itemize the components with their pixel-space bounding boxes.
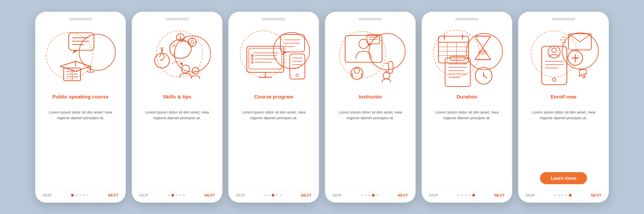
svg-point-60 <box>354 68 360 73</box>
phone-notch-3 <box>262 18 285 20</box>
svg-point-28 <box>192 67 199 74</box>
card-4-body: Lorem ipsum dolor sit dim amet, mea regi… <box>332 110 408 187</box>
dot-4-4 <box>376 194 378 196</box>
card-3-body: Lorem ipsum dolor sit dim amet, mea regi… <box>236 110 312 187</box>
svg-point-18 <box>188 38 196 46</box>
card-2-dots <box>168 194 185 197</box>
phone-notch-4 <box>359 18 382 20</box>
dot-2-0 <box>168 194 170 196</box>
card-2-body: Lorem ipsum dolor sit dim amet, mea regi… <box>139 110 215 187</box>
card-6-skip[interactable]: SKIP <box>526 193 535 197</box>
dot-6-3 <box>565 194 567 196</box>
svg-point-40 <box>251 61 253 63</box>
card-6-footer: SKIP NEXT <box>526 190 601 197</box>
card-5-footer: SKIP NEXT <box>429 190 505 197</box>
dot-1-3 <box>83 194 85 196</box>
card-5-next[interactable]: NEXT <box>494 193 505 197</box>
dot-5-3 <box>469 194 471 196</box>
svg-point-27 <box>181 65 190 73</box>
svg-marker-46 <box>281 52 287 55</box>
phone-card-4: Instructor Lorem ipsum dolor sit dim ame… <box>325 12 416 203</box>
card-2-next[interactable]: NEXT <box>205 193 215 197</box>
dot-4-1 <box>365 194 367 196</box>
svg-rect-31 <box>249 48 282 69</box>
svg-point-63 <box>383 72 390 79</box>
card-4-footer: SKIP NEXT <box>332 190 408 197</box>
public-speaking-icon <box>50 28 111 86</box>
svg-marker-4 <box>72 50 78 54</box>
dot-3-2 <box>272 194 274 197</box>
phone-notch-1 <box>69 18 92 20</box>
card-5-dots <box>458 194 475 197</box>
icon-area-5 <box>429 24 505 91</box>
card-6-dots <box>554 194 572 197</box>
enroll-now-icon <box>530 28 597 86</box>
dot-6-0 <box>554 194 556 196</box>
phone-card-3: Course program Lorem ipsum dolor sit dim… <box>228 12 319 203</box>
dot-5-1 <box>461 194 463 196</box>
svg-rect-92 <box>542 46 567 85</box>
svg-point-83 <box>478 50 487 55</box>
svg-line-26 <box>162 47 163 52</box>
card-2-title: Skills & tips <box>163 93 191 106</box>
svg-marker-80 <box>475 36 490 60</box>
phone-card-5: Duration Lorem ipsum dolor sit dim amet,… <box>422 12 512 203</box>
card-5-skip[interactable]: SKIP <box>429 193 438 197</box>
svg-point-98 <box>552 78 556 81</box>
card-3-title: Course program <box>254 93 293 106</box>
phones-container: Public speaking course Lorem ipsum dolor… <box>22 2 622 213</box>
dot-6-4 <box>569 194 572 197</box>
dot-5-4 <box>472 194 475 197</box>
card-6-next[interactable]: NEXT <box>591 193 601 197</box>
svg-point-94 <box>552 48 556 53</box>
learn-more-button[interactable]: Learn more <box>540 172 587 184</box>
svg-rect-73 <box>445 58 470 86</box>
card-4-skip[interactable]: SKIP <box>332 193 342 197</box>
svg-rect-47 <box>290 54 305 79</box>
dot-4-2 <box>368 194 370 196</box>
dot-3-4 <box>280 194 282 196</box>
card-3-next[interactable]: NEXT <box>301 193 312 197</box>
svg-rect-0 <box>69 33 94 50</box>
dot-2-3 <box>179 194 181 196</box>
svg-rect-55 <box>367 34 380 44</box>
card-5-body: Lorem ipsum dolor sit dim amet, mea regi… <box>429 110 505 187</box>
card-1-next[interactable]: NEXT <box>108 193 118 197</box>
card-1-skip[interactable]: SKIP <box>43 193 52 197</box>
card-1-dots <box>71 194 89 197</box>
dot-3-1 <box>268 194 270 196</box>
dot-1-2 <box>79 194 81 196</box>
dot-1-0 <box>71 194 74 197</box>
dot-1-4 <box>87 194 89 196</box>
card-3-skip[interactable]: SKIP <box>236 193 245 197</box>
dot-3-3 <box>276 194 278 196</box>
icon-area-3 <box>236 24 312 91</box>
dot-4-3 <box>372 194 375 197</box>
card-1-title: Public speaking course <box>52 93 109 106</box>
card-1-footer: SKIP NEXT <box>43 190 118 197</box>
dot-5-0 <box>458 194 460 196</box>
card-2-skip[interactable]: SKIP <box>139 193 149 197</box>
card-6-body: Lorem ipsum dolor sit dim amet, mea regi… <box>526 110 601 171</box>
dot-2-1 <box>171 194 174 197</box>
dot-4-0 <box>361 194 363 196</box>
dot-6-1 <box>558 194 560 196</box>
instructor-icon <box>337 27 404 87</box>
card-4-next[interactable]: NEXT <box>398 193 408 197</box>
course-program-icon <box>240 28 307 86</box>
icon-area-4 <box>332 24 408 91</box>
icon-area-2 <box>139 24 215 91</box>
dot-5-2 <box>465 194 467 196</box>
dot-2-4 <box>183 194 185 196</box>
icon-area-6 <box>526 24 601 91</box>
dot-6-2 <box>561 194 564 196</box>
svg-rect-64 <box>438 36 469 63</box>
svg-point-38 <box>251 58 253 60</box>
card-3-footer: SKIP NEXT <box>236 190 312 197</box>
card-5-title: Duration <box>457 93 477 106</box>
svg-point-24 <box>155 53 169 68</box>
card-1-body: Lorem ipsum dolor sit dim amet, mea regi… <box>43 110 118 187</box>
card-4-title: Instructor <box>359 93 382 106</box>
svg-point-19 <box>191 41 194 44</box>
duration-icon <box>432 26 502 88</box>
